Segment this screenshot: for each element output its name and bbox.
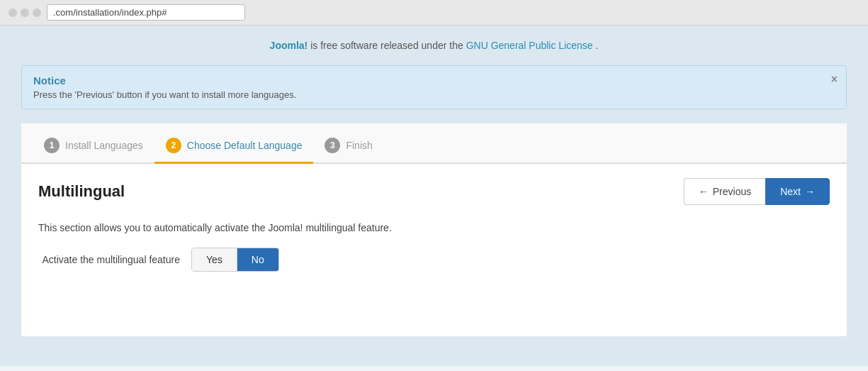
multilingual-form-row: Activate the multilingual feature Yes No: [38, 248, 830, 272]
title-row: Multilingual ← Previous Next →: [38, 178, 830, 205]
dot-2: [21, 9, 29, 17]
next-label: Next: [780, 186, 801, 197]
page-wrapper: Joomla! is free software released under …: [0, 26, 868, 366]
info-text2: .: [596, 40, 599, 51]
step-label-1: Install Languages: [65, 140, 143, 151]
step-tab-3[interactable]: 3 Finish: [313, 132, 383, 164]
previous-button[interactable]: ← Previous: [684, 178, 765, 205]
info-line: Joomla! is free software released under …: [21, 40, 847, 51]
page-title: Multilingual: [38, 182, 125, 201]
dot-1: [9, 9, 17, 17]
steps-tabs: 1 Install Languages 2 Choose Default Lan…: [21, 123, 847, 164]
browser-dots: [9, 9, 41, 17]
step-badge-3: 3: [325, 138, 340, 153]
yes-button[interactable]: Yes: [192, 248, 237, 271]
browser-chrome: .com/installation/index.php#: [0, 0, 868, 26]
info-text1: is free software released under the: [310, 40, 466, 51]
address-bar[interactable]: .com/installation/index.php#: [47, 4, 245, 21]
brand-name: Joomla!: [270, 40, 308, 51]
previous-label: Previous: [713, 186, 751, 197]
step-badge-1: 1: [44, 138, 60, 153]
no-button[interactable]: No: [237, 248, 278, 271]
step-tab-1[interactable]: 1 Install Languages: [33, 132, 154, 164]
license-link[interactable]: GNU General Public License: [466, 40, 593, 51]
form-label: Activate the multilingual feature: [38, 254, 180, 265]
arrow-right-icon: →: [805, 186, 815, 197]
notice-text: Press the 'Previous' button if you want …: [33, 89, 835, 100]
step-label-3: Finish: [346, 140, 372, 151]
content-body: Multilingual ← Previous Next → This sect…: [21, 164, 847, 292]
step-badge-2: 2: [166, 138, 181, 153]
navigation-buttons: ← Previous Next →: [684, 178, 830, 205]
step-label-2: Choose Default Language: [187, 140, 303, 151]
notice-title: Notice: [33, 74, 835, 87]
dot-3: [33, 9, 41, 17]
section-description: This section allows you to automatically…: [38, 222, 830, 233]
main-content: 1 Install Languages 2 Choose Default Lan…: [21, 123, 847, 336]
notice-bar: Notice Press the 'Previous' button if yo…: [21, 65, 847, 109]
notice-close-button[interactable]: ×: [831, 73, 838, 86]
next-button[interactable]: Next →: [765, 178, 830, 205]
arrow-left-icon: ←: [699, 186, 709, 197]
yes-no-toggle: Yes No: [191, 248, 279, 272]
step-tab-2[interactable]: 2 Choose Default Language: [154, 132, 314, 164]
